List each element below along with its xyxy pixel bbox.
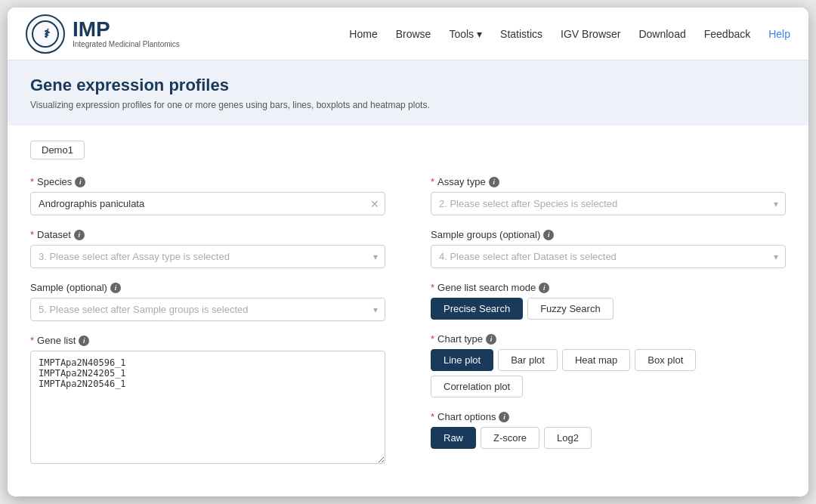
species-info-icon[interactable]: i [75, 177, 85, 187]
nav-tools-label: Tools [449, 28, 474, 40]
nav-tools-dropdown[interactable]: Tools ▾ [449, 28, 482, 40]
species-clear-icon[interactable]: ✕ [370, 198, 379, 210]
sample-groups-select-wrapper: 4. Please select after Dataset is select… [431, 245, 786, 268]
nav-download[interactable]: Download [638, 28, 685, 40]
dataset-select-wrapper: 3. Please select after Assay type is sel… [30, 245, 385, 268]
logo-icon: ⚕ [26, 14, 65, 54]
precise-search-button[interactable]: Precise Search [431, 298, 523, 320]
sample-groups-select[interactable]: 4. Please select after Dataset is select… [431, 245, 786, 268]
assay-type-info-icon[interactable]: i [489, 177, 499, 187]
navbar: ⚕ IMP Integrated Medicinal Plantomics Ho… [8, 8, 808, 60]
chart-type-group: * Chart type i Line plot Bar plot Heat m… [431, 333, 786, 397]
bar-plot-button[interactable]: Bar plot [498, 349, 558, 371]
logo-area: ⚕ IMP Integrated Medicinal Plantomics [26, 14, 180, 54]
gene-list-info-icon[interactable]: i [79, 335, 89, 346]
sample-groups-label: Sample groups (optional) i [431, 229, 786, 240]
sample-groups-info-icon[interactable]: i [543, 230, 554, 240]
logo-title: IMP [73, 19, 180, 40]
page-subtitle: Visualizing expression profiles for one … [30, 100, 786, 110]
sample-groups-group: Sample groups (optional) i 4. Please sel… [431, 229, 786, 268]
box-plot-button[interactable]: Box plot [635, 349, 696, 371]
raw-button[interactable]: Raw [431, 427, 476, 449]
log2-button[interactable]: Log2 [544, 427, 592, 449]
gene-list-label: * Gene list i [30, 335, 385, 346]
nav-home[interactable]: Home [349, 28, 377, 40]
assay-type-select[interactable]: 2. Please select after Species is select… [431, 192, 786, 215]
assay-type-group: * Assay type i 2. Please select after Sp… [431, 176, 786, 215]
nav-help[interactable]: Help [768, 28, 790, 40]
z-score-button[interactable]: Z-score [481, 427, 539, 449]
species-label: * Species i [30, 176, 385, 187]
svg-text:⚕: ⚕ [42, 27, 51, 40]
nav-feedback[interactable]: Feedback [704, 28, 750, 40]
nav-statistics[interactable]: Statistics [500, 28, 542, 40]
chart-type-info-icon[interactable]: i [486, 334, 496, 345]
chart-options-label: * Chart options i [431, 411, 786, 422]
assay-type-select-wrapper: 2. Please select after Species is select… [431, 192, 786, 215]
chart-options-buttons: Raw Z-score Log2 [431, 427, 786, 449]
dataset-label: * Dataset i [30, 229, 385, 240]
species-input-wrapper: ✕ [30, 192, 385, 215]
search-mode-buttons: Precise Search Fuzzy Search [431, 298, 786, 320]
species-group: * Species i ✕ [30, 176, 385, 215]
right-column: * Assay type i 2. Please select after Sp… [431, 176, 786, 481]
fuzzy-search-button[interactable]: Fuzzy Search [527, 298, 613, 320]
page-title: Gene expression profiles [30, 76, 786, 95]
chart-options-group: * Chart options i Raw Z-score Log2 [431, 411, 786, 449]
sample-group: Sample (optional) i 5. Please select aft… [30, 282, 385, 321]
content-area: Demo1 * Species i ✕ [8, 125, 808, 496]
line-plot-button[interactable]: Line plot [431, 349, 493, 371]
logo-subtitle: Integrated Medicinal Plantomics [73, 40, 180, 48]
sample-info-icon[interactable]: i [110, 283, 121, 293]
nav-browse[interactable]: Browse [396, 28, 431, 40]
page-header: Gene expression profiles Visualizing exp… [8, 60, 808, 125]
search-mode-group: * Gene list search mode i Precise Search… [431, 282, 786, 320]
chart-type-label: * Chart type i [431, 333, 786, 345]
nav-links: Home Browse Tools ▾ Statistics IGV Brows… [349, 28, 790, 40]
sample-select-wrapper: 5. Please select after Sample groups is … [30, 298, 385, 321]
dataset-info-icon[interactable]: i [74, 230, 85, 240]
sample-label: Sample (optional) i [30, 282, 385, 293]
left-column: * Species i ✕ * Dataset i [30, 176, 385, 481]
logo-text: IMP Integrated Medicinal Plantomics [73, 19, 180, 48]
search-mode-label: * Gene list search mode i [431, 282, 786, 293]
form-grid: * Species i ✕ * Dataset i [30, 176, 786, 481]
demo-tab[interactable]: Demo1 [30, 141, 85, 159]
assay-type-label: * Assay type i [431, 176, 786, 187]
main-window: ⚕ IMP Integrated Medicinal Plantomics Ho… [8, 8, 808, 496]
search-mode-info-icon[interactable]: i [539, 283, 549, 293]
nav-igv-browser[interactable]: IGV Browser [561, 28, 620, 40]
dataset-group: * Dataset i 3. Please select after Assay… [30, 229, 385, 268]
heat-map-button[interactable]: Heat map [562, 349, 630, 371]
gene-list-group: * Gene list i (function() { const data2 … [30, 335, 385, 467]
chart-type-buttons: Line plot Bar plot Heat map Box plot Cor… [431, 349, 786, 397]
species-input[interactable] [30, 192, 385, 215]
correlation-plot-button[interactable]: Correlation plot [431, 376, 523, 397]
gene-list-textarea[interactable] [30, 351, 385, 464]
dataset-select[interactable]: 3. Please select after Assay type is sel… [30, 245, 385, 268]
chart-options-info-icon[interactable]: i [499, 412, 509, 422]
sample-select[interactable]: 5. Please select after Sample groups is … [30, 298, 385, 321]
tools-chevron-icon: ▾ [477, 28, 482, 40]
